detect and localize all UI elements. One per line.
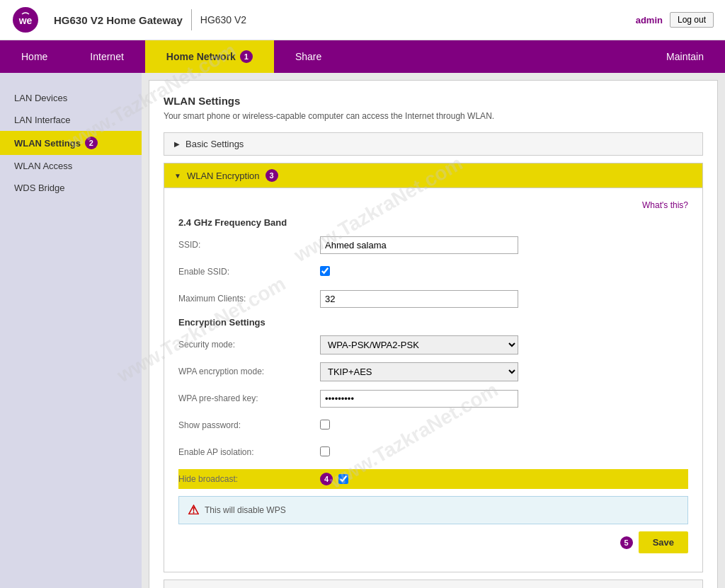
wpa-enc-control: TKIP AES TKIP+AES [320, 362, 518, 381]
warning-box: ⚠ This will disable WPS [178, 496, 688, 524]
navbar: Home Internet Home Network 1 Share Maint… [0, 40, 725, 73]
wpa-enc-label: WPA encryption mode: [178, 367, 320, 376]
security-mode-row: Security mode: None WEP WPA-PSK WPA2-PSK… [178, 335, 688, 354]
wlan-encryption-section: ▼ WLAN Encryption 3 What's this? 2.4 GHz… [164, 163, 703, 572]
sidebar-item-lan-interface[interactable]: LAN Interface [0, 109, 142, 131]
enable-ssid-label: Enable SSID: [178, 267, 320, 277]
enable-ap-control [320, 446, 518, 459]
nav-item-share[interactable]: Share [274, 40, 343, 73]
wpa-enc-select[interactable]: TKIP AES TKIP+AES [320, 362, 518, 381]
page-title: WLAN Settings [164, 95, 703, 107]
enable-ap-label: Enable AP isolation: [178, 447, 320, 457]
sidebar: LAN Devices LAN Interface WLAN Settings … [0, 73, 142, 588]
enable-ap-row: Enable AP isolation: [178, 442, 688, 462]
logo-area: we [11, 6, 40, 34]
wlan-encryption-badge: 3 [266, 169, 278, 182]
nav-item-maintain[interactable]: Maintain [645, 40, 725, 73]
wlan-encryption-body: What's this? 2.4 GHz Frequency Band SSID… [164, 188, 702, 572]
security-mode-select[interactable]: None WEP WPA-PSK WPA2-PSK WPA-PSK/WPA2-P… [320, 335, 518, 354]
show-password-label: Show password: [178, 420, 320, 430]
enable-ssid-checkbox[interactable] [320, 266, 330, 276]
basic-settings-header[interactable]: ▶ Basic Settings [164, 133, 702, 155]
whats-this-link-area: What's this? [178, 200, 688, 210]
nav-item-home-network[interactable]: Home Network 1 [145, 40, 274, 73]
header-subtitle: HG630 V2 [200, 14, 246, 25]
ssid-label: SSID: [178, 240, 320, 250]
nav-home-network-badge: 1 [240, 50, 253, 63]
hide-broadcast-label: Hide broadcast: [178, 474, 320, 484]
admin-label: admin [636, 15, 663, 25]
ssid-input[interactable] [320, 236, 518, 254]
basic-settings-arrow: ▶ [174, 140, 180, 148]
save-area: 5 Save [178, 531, 688, 553]
enable-ap-checkbox[interactable] [320, 446, 330, 456]
max-clients-input[interactable] [320, 290, 518, 308]
sidebar-item-wds-bridge[interactable]: WDS Bridge [0, 177, 142, 199]
sidebar-item-wlan-settings[interactable]: WLAN Settings 2 [0, 131, 142, 155]
sidebar-item-lan-devices[interactable]: LAN Devices [0, 87, 142, 109]
header-title: HG630 V2 Home Gateway [54, 14, 183, 26]
psk-input[interactable] [320, 390, 518, 408]
psk-label: WPA pre-shared key: [178, 393, 320, 403]
band-title: 2.4 GHz Frequency Band [178, 217, 688, 228]
psk-row: WPA pre-shared key: [178, 388, 688, 408]
hide-broadcast-checkbox[interactable] [338, 474, 348, 484]
security-mode-label: Security mode: [178, 340, 320, 350]
header-divider [191, 9, 192, 30]
ssid-row: SSID: [178, 235, 688, 255]
hide-broadcast-row: Hide broadcast: 4 [178, 469, 688, 489]
wpa-enc-row: WPA encryption mode: TKIP AES TKIP+AES [178, 362, 688, 381]
sidebar-wlan-badge: 2 [85, 137, 98, 149]
enc-settings-title: Encryption Settings [178, 317, 688, 328]
enable-ssid-row: Enable SSID: [178, 262, 688, 282]
security-mode-control: None WEP WPA-PSK WPA2-PSK WPA-PSK/WPA2-P… [320, 335, 518, 354]
we-logo-icon: we [11, 6, 40, 34]
header: we HG630 V2 Home Gateway HG630 V2 admin … [0, 0, 725, 40]
main-layout: LAN Devices LAN Interface WLAN Settings … [0, 73, 725, 588]
show-password-control [320, 420, 518, 432]
nav-item-internet[interactable]: Internet [69, 40, 144, 73]
advanced-settings-section: ▶ Advanced Settings [164, 580, 703, 588]
whats-this-link[interactable]: What's this? [642, 200, 688, 210]
wlan-encryption-label: WLAN Encryption [187, 171, 260, 181]
content-area: WLAN Settings Your smart phone or wirele… [149, 80, 718, 588]
hide-broadcast-badge: 4 [320, 473, 333, 485]
max-clients-control [320, 290, 518, 308]
basic-settings-label: Basic Settings [185, 139, 244, 149]
enable-ssid-control [320, 266, 518, 278]
warning-text: This will disable WPS [205, 505, 286, 515]
page-description: Your smart phone or wireless-capable com… [164, 111, 703, 121]
sidebar-item-wlan-access[interactable]: WLAN Access [0, 155, 142, 177]
hide-broadcast-control: 4 [320, 473, 518, 485]
wlan-encryption-arrow: ▼ [174, 172, 181, 180]
warning-icon: ⚠ [188, 502, 199, 518]
header-right: admin Log out [636, 12, 714, 28]
ssid-control [320, 236, 518, 254]
wlan-encryption-header[interactable]: ▼ WLAN Encryption 3 [164, 163, 702, 188]
save-area-badge: 5 [620, 536, 633, 549]
svg-text:we: we [18, 15, 33, 26]
max-clients-row: Maximum Clients: [178, 289, 688, 309]
max-clients-label: Maximum Clients: [178, 294, 320, 304]
nav-item-home[interactable]: Home [0, 40, 69, 73]
advanced-settings-header[interactable]: ▶ Advanced Settings [164, 580, 702, 588]
show-password-checkbox[interactable] [320, 420, 330, 430]
save-button[interactable]: Save [639, 531, 688, 553]
basic-settings-section: ▶ Basic Settings [164, 132, 703, 156]
psk-control [320, 390, 518, 408]
show-password-row: Show password: [178, 415, 688, 435]
logout-button[interactable]: Log out [670, 12, 714, 28]
